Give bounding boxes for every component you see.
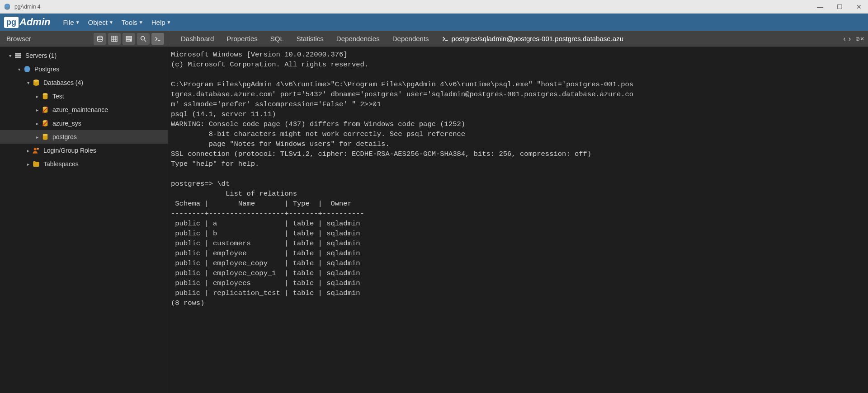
svg-rect-14 — [15, 55, 21, 57]
server-config-button[interactable] — [94, 33, 106, 45]
filter-button[interactable] — [123, 33, 135, 45]
tab-psql[interactable]: postgres/sqladmin@postgres-001.postgres.… — [435, 31, 630, 47]
tree-label: Postgres — [34, 66, 59, 73]
tree-label: Test — [52, 93, 64, 100]
menu-help[interactable]: Help▼ — [151, 19, 171, 26]
database-icon — [32, 78, 41, 87]
window-title: pgAdmin 4 — [14, 4, 40, 10]
logo-pg: pg — [4, 17, 19, 28]
chevron-right-icon: ▸ — [24, 162, 32, 167]
menubar: pg Admin File▼ Object▼ Tools▼ Help▼ — [0, 14, 868, 31]
tree-label: azure_maintenance — [52, 106, 108, 113]
tab-sql[interactable]: SQL — [264, 31, 290, 47]
logo-admin: Admin — [19, 16, 50, 28]
chevron-right-icon: ▸ — [24, 148, 32, 153]
psql-button[interactable] — [151, 33, 164, 45]
database-disabled-icon — [41, 119, 50, 128]
svg-rect-1 — [112, 36, 117, 42]
tab-next-button[interactable]: › — [849, 35, 851, 43]
tab-close-button[interactable]: ⊘✕ — [855, 36, 864, 42]
roles-icon — [32, 146, 41, 155]
tab-prev-button[interactable]: ‹ — [843, 35, 845, 43]
sidebar-title: Browser — [6, 35, 94, 42]
chevron-down-icon: ▼ — [167, 20, 171, 25]
menu-file[interactable]: File▼ — [63, 19, 80, 26]
tree-db-azure-maintenance[interactable]: ▸ azure_maintenance — [0, 103, 168, 117]
menu-object[interactable]: Object▼ — [88, 19, 113, 26]
tree-login-roles[interactable]: ▸ Login/Group Roles — [0, 144, 168, 157]
tree-label: Login/Group Roles — [43, 147, 96, 154]
chevron-right-icon: ▸ — [33, 94, 41, 99]
sidebar-header: Browser — [0, 31, 168, 47]
svg-point-10 — [141, 36, 145, 40]
database-disabled-icon — [41, 105, 50, 114]
database-icon — [41, 92, 50, 101]
database-icon — [41, 132, 50, 141]
folder-icon — [32, 159, 41, 168]
tree-label: postgres — [52, 133, 77, 140]
grid-button[interactable] — [108, 33, 121, 45]
chevron-right-icon: ▸ — [33, 121, 41, 126]
chevron-right-icon: ▸ — [33, 135, 41, 140]
svg-line-11 — [144, 40, 146, 42]
tab-dependencies[interactable]: Dependencies — [330, 31, 386, 47]
servers-icon — [14, 51, 23, 60]
svg-point-17 — [33, 80, 39, 82]
svg-point-9 — [130, 40, 132, 41]
tree-label: Tablespaces — [43, 160, 79, 168]
chevron-down-icon: ▼ — [109, 20, 113, 25]
tree-tablespaces[interactable]: ▸ Tablespaces — [0, 157, 168, 171]
chevron-down-icon: ▼ — [139, 20, 143, 25]
tab-label: postgres/sqladmin@postgres-001.postgres.… — [452, 35, 623, 42]
chevron-down-icon: ▼ — [75, 20, 80, 25]
svg-point-27 — [43, 134, 48, 136]
elephant-icon — [23, 65, 32, 74]
tree-db-postgres[interactable]: ▸ postgres — [0, 130, 168, 144]
tree-servers[interactable]: ▾ Servers (1) — [0, 49, 168, 62]
svg-point-19 — [43, 93, 48, 95]
tree-label: Servers (1) — [25, 52, 57, 59]
chevron-down-icon: ▾ — [24, 80, 32, 85]
tab-dashboard[interactable]: Dashboard — [175, 31, 220, 47]
chevron-down-icon: ▾ — [15, 67, 23, 72]
menu-tools[interactable]: Tools▼ — [122, 19, 143, 26]
maximize-button[interactable]: ☐ — [834, 2, 845, 11]
window-controls: — ☐ ✕ — [814, 2, 864, 11]
content-area: Dashboard Properties SQL Statistics Depe… — [168, 31, 868, 393]
tree-db-test[interactable]: ▸ Test — [0, 89, 168, 103]
tree-label: Databases (4) — [43, 79, 83, 86]
terminal-output[interactable]: Microsoft Windows [Version 10.0.22000.37… — [168, 47, 868, 393]
terminal-icon — [442, 35, 449, 42]
svg-rect-7 — [126, 38, 132, 39]
tree-label: azure_sys — [52, 120, 81, 127]
svg-rect-6 — [126, 36, 132, 37]
tree-db-azure-sys[interactable]: ▸ azure_sys — [0, 117, 168, 130]
tabs-nav: ‹ › ⊘✕ — [843, 35, 864, 43]
tab-statistics[interactable]: Statistics — [290, 31, 330, 47]
window-titlebar: pgAdmin 4 — ☐ ✕ — [0, 0, 868, 14]
tab-dependents[interactable]: Dependents — [386, 31, 435, 47]
chevron-right-icon: ▸ — [33, 108, 41, 112]
minimize-button[interactable]: — — [814, 2, 826, 11]
logo: pg Admin — [4, 16, 50, 28]
search-button[interactable] — [137, 33, 150, 45]
svg-point-28 — [34, 148, 37, 150]
tree: ▾ Servers (1) ▾ Postgres ▾ Databases (4)… — [0, 47, 168, 393]
svg-point-29 — [37, 148, 39, 150]
sidebar: Browser ▾ Servers (1) ▾ Postgres — [0, 31, 168, 393]
svg-rect-13 — [15, 53, 21, 55]
close-button[interactable]: ✕ — [854, 2, 864, 11]
tree-postgres-group[interactable]: ▾ Postgres — [0, 62, 168, 76]
svg-rect-15 — [15, 57, 21, 58]
svg-point-0 — [98, 36, 103, 38]
chevron-down-icon: ▾ — [6, 53, 14, 58]
app-icon — [4, 3, 11, 10]
tree-databases[interactable]: ▾ Databases (4) — [0, 76, 168, 89]
tab-properties[interactable]: Properties — [220, 31, 264, 47]
tabs: Dashboard Properties SQL Statistics Depe… — [168, 31, 868, 47]
